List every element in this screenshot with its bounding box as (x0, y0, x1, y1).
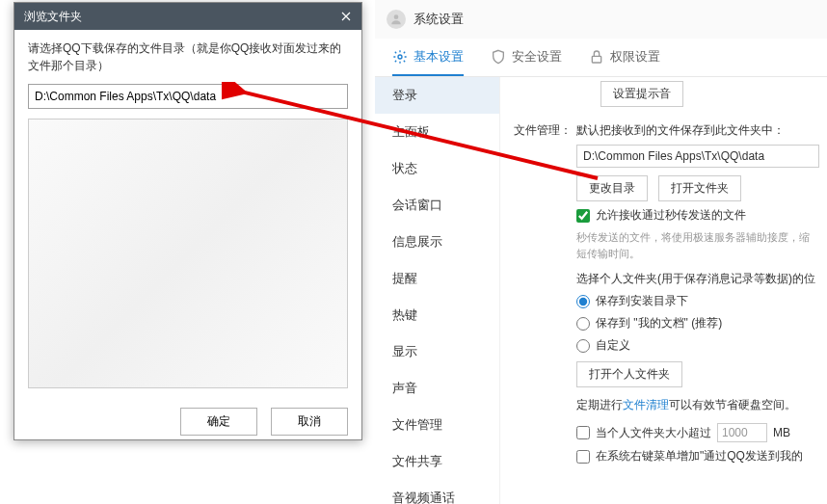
dialog-close-button[interactable] (331, 3, 361, 30)
size-input[interactable] (717, 423, 767, 442)
tab-permission[interactable]: 权限设置 (589, 39, 660, 76)
radio-custom-row[interactable]: 自定义 (576, 337, 819, 354)
tab-security-label: 安全设置 (512, 48, 562, 66)
radio-custom[interactable] (576, 339, 590, 353)
dialog-titlebar: 浏览文件夹 (14, 3, 361, 30)
context-menu-row[interactable]: 在系统右键菜单增加"通过QQ发送到我的 (576, 448, 819, 464)
allow-sec-checkbox-row[interactable]: 允许接收通过秒传发送的文件 (576, 207, 819, 224)
sidebar-item-reminder[interactable]: 提醒 (375, 260, 499, 297)
svg-point-0 (394, 14, 399, 19)
allow-sec-label: 允许接收通过秒传发送的文件 (596, 207, 746, 224)
dialog-folder-preview[interactable] (28, 119, 348, 388)
open-folder-button[interactable]: 打开文件夹 (658, 175, 741, 201)
sidebar-item-login[interactable]: 登录 (375, 77, 499, 114)
tab-basic[interactable]: 基本设置 (392, 39, 464, 76)
avatar-icon (387, 10, 406, 29)
set-tone-button[interactable]: 设置提示音 (600, 81, 683, 107)
context-menu-checkbox[interactable] (576, 450, 590, 464)
save-path-input[interactable] (576, 145, 819, 168)
file-mgmt-label: 文件管理： (514, 122, 576, 139)
allow-sec-checkbox[interactable] (576, 209, 590, 223)
svg-rect-2 (592, 56, 600, 63)
size-prefix-label: 当个人文件夹大小超过 (596, 425, 711, 441)
sidebar-item-file-mgmt[interactable]: 文件管理 (375, 407, 499, 443)
cleanup-text: 定期进行文件清理可以有效节省硬盘空间。 (576, 397, 819, 413)
settings-window: 系统设置 基本设置 安全设置 权限设置 登录 主面板 状态 会话窗口 信息展示 … (375, 0, 827, 504)
dialog-title: 浏览文件夹 (24, 9, 82, 25)
dialog-ok-button[interactable]: 确定 (180, 408, 257, 436)
size-unit-label: MB (773, 426, 790, 439)
radio-install-label: 保存到安装目录下 (596, 293, 688, 309)
sidebar-item-status[interactable]: 状态 (375, 150, 499, 187)
tab-security[interactable]: 安全设置 (491, 39, 562, 76)
lock-icon (589, 49, 604, 65)
settings-title: 系统设置 (414, 11, 464, 28)
sidebar-item-display[interactable]: 显示 (375, 333, 499, 370)
radio-install-row[interactable]: 保存到安装目录下 (576, 293, 819, 309)
sidebar-item-sound[interactable]: 声音 (375, 370, 499, 407)
dialog-prompt: 请选择QQ下载保存的文件目录（就是你QQ接收对面发过来的文件那个目录） (28, 40, 348, 74)
personal-folder-title: 选择个人文件夹(用于保存消息记录等数据)的位 (576, 271, 819, 287)
svg-point-1 (398, 55, 402, 59)
close-icon (341, 12, 351, 21)
radio-docs[interactable] (576, 317, 590, 331)
sidebar-item-main-panel[interactable]: 主面板 (375, 114, 499, 150)
settings-titlebar: 系统设置 (375, 0, 827, 39)
sidebar-item-chat-window[interactable]: 会话窗口 (375, 187, 499, 224)
browse-folder-dialog: 浏览文件夹 请选择QQ下载保存的文件目录（就是你QQ接收对面发过来的文件那个目录… (13, 2, 362, 440)
context-menu-label: 在系统右键菜单增加"通过QQ发送到我的 (596, 448, 803, 464)
default-save-text: 默认把接收到的文件保存到此文件夹中： (576, 122, 819, 139)
change-dir-button[interactable]: 更改目录 (576, 175, 648, 201)
sidebar-item-file-share[interactable]: 文件共享 (375, 443, 499, 480)
sidebar-item-av-call[interactable]: 音视频通话 (375, 480, 499, 504)
tab-basic-label: 基本设置 (414, 48, 464, 66)
open-personal-button[interactable]: 打开个人文件夹 (576, 361, 682, 387)
radio-docs-row[interactable]: 保存到 "我的文档" (推荐) (576, 315, 819, 332)
size-limit-checkbox[interactable] (576, 426, 590, 439)
sec-desc: 秒传发送的文件，将使用极速服务器辅助接度，缩短传输时间。 (576, 229, 819, 261)
tab-permission-label: 权限设置 (610, 48, 660, 66)
cleanup-link[interactable]: 文件清理 (623, 398, 669, 411)
radio-docs-label: 保存到 "我的文档" (推荐) (596, 315, 722, 332)
sidebar-item-info-display[interactable]: 信息展示 (375, 224, 499, 260)
radio-custom-label: 自定义 (596, 337, 630, 354)
dialog-path-input[interactable] (28, 84, 348, 109)
top-tabs: 基本设置 安全设置 权限设置 (375, 39, 827, 77)
content-pane: 设置提示音 文件管理： 默认把接收到的文件保存到此文件夹中： 更改目录 打开文件… (500, 77, 827, 504)
sidebar-item-hotkey[interactable]: 热键 (375, 297, 499, 333)
side-nav: 登录 主面板 状态 会话窗口 信息展示 提醒 热键 显示 声音 文件管理 文件共… (375, 77, 500, 504)
size-limit-row[interactable]: 当个人文件夹大小超过 MB (576, 423, 819, 442)
dialog-cancel-button[interactable]: 取消 (271, 408, 348, 436)
radio-install[interactable] (576, 295, 590, 308)
shield-icon (491, 49, 506, 65)
gear-icon (392, 49, 408, 65)
